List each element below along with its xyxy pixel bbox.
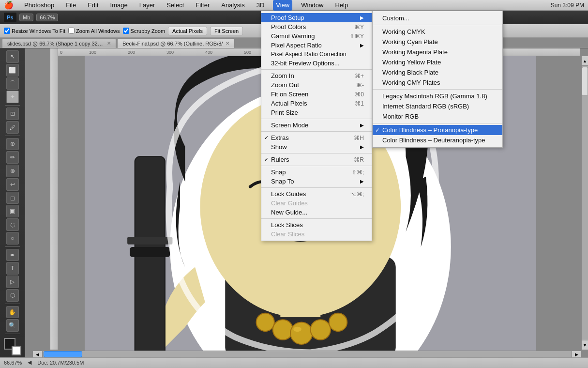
submenu-working-black[interactable]: Working Black Plate	[373, 67, 502, 77]
menubar-3d[interactable]: 3D	[254, 0, 268, 11]
menu-item-lock-guides[interactable]: Lock Guides ⌥⌘;	[261, 189, 372, 199]
scrollbar-horizontal[interactable]: ◀ ▶	[33, 351, 581, 357]
menubar-help[interactable]: Help	[332, 0, 351, 11]
menu-item-print-size[interactable]: Print Size	[261, 108, 372, 117]
resize-windows-label[interactable]: Resize Windows To Fit	[4, 28, 65, 34]
menu-item-pixel-aspect-ratio-correction[interactable]: Pixel Aspect Ratio Correction	[261, 50, 372, 59]
zoom-all-label[interactable]: Zoom All Windows	[68, 28, 120, 34]
healing-brush-tool[interactable]: ⊕	[6, 138, 19, 151]
shape-tool[interactable]: ⬡	[6, 289, 19, 302]
scroll-down-arrow[interactable]: ▼	[582, 340, 588, 350]
zoom-tool[interactable]: 🔍	[6, 319, 19, 332]
submenu-working-cmy-label: Working CMY Plates	[382, 79, 440, 86]
history-brush-tool[interactable]: ↩	[6, 178, 19, 191]
scrubby-zoom-label[interactable]: Scrubby Zoom	[123, 28, 166, 34]
eraser-tool[interactable]: ◻	[6, 192, 19, 204]
proof-colors-shortcut: ⌘Y	[345, 24, 364, 31]
tab-becki[interactable]: Becki-Final.psd @ 66.7% (Outline, RGB/8/…	[117, 38, 235, 48]
crop-tool[interactable]: ⊡	[6, 107, 19, 120]
actual-pixels-button[interactable]: Actual Pixels	[168, 27, 207, 35]
resize-windows-checkbox[interactable]	[4, 28, 10, 34]
menubar-layer[interactable]: Layer	[136, 0, 158, 11]
menubar-file[interactable]: File	[63, 0, 79, 11]
menu-item-lock-slices[interactable]: Lock Slices	[261, 220, 372, 230]
color-swatches[interactable]	[4, 338, 21, 355]
submenu-working-cyan[interactable]: Working Cyan Plate	[373, 37, 502, 47]
menubar-select[interactable]: Select	[164, 0, 187, 11]
submenu-custom[interactable]: Custom...	[373, 13, 502, 23]
mb-btn[interactable]: Mb	[19, 14, 33, 21]
scrubby-zoom-checkbox[interactable]	[123, 28, 129, 34]
dodge-tool[interactable]: ○	[6, 232, 19, 245]
zoom-all-checkbox[interactable]	[68, 28, 75, 34]
menu-item-snap-to[interactable]: Snap To ▶	[261, 177, 372, 186]
svg-point-10	[293, 327, 302, 332]
tab-slides-label: slides.psd @ 66.7% (Shape 1 copy 32, RGB…	[7, 41, 104, 46]
svg-point-8	[311, 320, 331, 339]
hand-tool[interactable]: ✋	[6, 306, 19, 319]
submenu-working-cmyk[interactable]: Working CMYK	[373, 27, 502, 37]
submenu-working-magenta[interactable]: Working Magenta Plate	[373, 47, 502, 57]
menu-item-proof-colors[interactable]: Proof Colors ⌘Y	[261, 22, 372, 31]
submenu-color-blindness-protanopia[interactable]: ✓ Color Blindness – Protanopia-type	[373, 125, 502, 135]
fit-screen-button[interactable]: Fit Screen	[210, 27, 243, 35]
text-tool[interactable]: T	[6, 262, 19, 275]
submenu-legacy-mac[interactable]: Legacy Macintosh RGB (Gamma 1.8)	[373, 91, 502, 101]
path-selection-tool[interactable]: ▷	[6, 276, 19, 288]
pen-tool[interactable]: ✒	[6, 249, 19, 261]
eyedropper-tool[interactable]: 🖊	[6, 121, 19, 134]
menu-item-show-label: Show	[271, 143, 287, 151]
scroll-up-arrow[interactable]: ▲	[582, 56, 588, 66]
lasso-tool[interactable]: ⌒	[6, 77, 19, 90]
menu-item-fit-on-screen[interactable]: Fit on Screen ⌘0	[261, 90, 372, 99]
menu-item-32bit-preview[interactable]: 32-bit Preview Options...	[261, 59, 372, 68]
submenu-monitor-rgb[interactable]: Monitor RGB	[373, 111, 502, 122]
menu-item-proof-setup[interactable]: Proof Setup ▶	[261, 13, 372, 22]
menubar-image[interactable]: Image	[107, 0, 131, 11]
submenu-color-blindness-deuteranopia[interactable]: Color Blindness – Deuteranopia-type	[373, 135, 502, 145]
menu-item-zoom-out[interactable]: Zoom Out ⌘-	[261, 80, 372, 90]
menu-item-screen-mode[interactable]: Screen Mode ▶	[261, 121, 372, 130]
menubar-filter[interactable]: Filter	[193, 0, 212, 11]
zoom-btn[interactable]: 66.7%	[36, 14, 58, 21]
move-tool[interactable]: ↖	[6, 50, 19, 63]
background-color[interactable]	[12, 346, 21, 355]
scroll-right-arrow[interactable]: ▶	[572, 351, 581, 357]
menu-item-extras[interactable]: ✓ Extras ⌘H	[261, 133, 372, 142]
submenu-internet-rgb-label: Internet Standard RGB (sRGB)	[382, 103, 469, 110]
menubar: 🍎 Photoshop File Edit Image Layer Select…	[0, 0, 588, 11]
menu-item-snap[interactable]: Snap ⇧⌘;	[261, 168, 372, 177]
menubar-view[interactable]: View	[273, 0, 292, 11]
menubar-photoshop[interactable]: Photoshop	[21, 0, 57, 11]
tab-becki-close[interactable]: ✕	[226, 41, 229, 46]
menu-item-gamut-warning[interactable]: Gamut Warning ⇧⌘Y	[261, 31, 372, 41]
gradient-tool[interactable]: ▣	[6, 205, 19, 217]
menu-item-show[interactable]: Show ▶	[261, 142, 372, 152]
navigator-arrow[interactable]: ◀	[28, 359, 31, 366]
apple-menu[interactable]: 🍎	[4, 0, 14, 10]
submenu-internet-rgb[interactable]: Internet Standard RGB (sRGB)	[373, 101, 502, 111]
submenu-working-cmy[interactable]: Working CMY Plates	[373, 77, 502, 88]
marquee-tool[interactable]: ⬜	[6, 64, 19, 77]
menu-item-zoom-in[interactable]: Zoom In ⌘+	[261, 71, 372, 80]
menubar-window[interactable]: Window	[298, 0, 326, 11]
clone-stamp-tool[interactable]: ⊗	[6, 165, 19, 177]
brush-tool[interactable]: ✏	[6, 151, 19, 164]
scroll-left-arrow[interactable]: ◀	[33, 351, 43, 357]
blur-tool[interactable]: ◌	[6, 218, 19, 231]
menubar-edit[interactable]: Edit	[85, 0, 101, 11]
tab-slides-close[interactable]: ✕	[107, 41, 111, 46]
magic-wand-tool[interactable]: ✦	[6, 91, 19, 103]
menu-item-actual-pixels[interactable]: Actual Pixels ⌘1	[261, 99, 372, 108]
submenu-working-yellow[interactable]: Working Yellow Plate	[373, 57, 502, 67]
menu-item-pixel-aspect-ratio[interactable]: Pixel Aspect Ratio ▶	[261, 41, 372, 50]
scrollbar-vertical[interactable]: ▲ ▼	[581, 56, 588, 350]
menu-item-new-guide[interactable]: New Guide...	[261, 208, 372, 217]
menubar-analysis[interactable]: Analysis	[218, 0, 247, 11]
scroll-h-thumb[interactable]	[44, 351, 82, 357]
tab-slides[interactable]: slides.psd @ 66.7% (Shape 1 copy 32, RGB…	[2, 38, 116, 48]
menu-item-print-size-label: Print Size	[271, 109, 298, 116]
menu-item-rulers[interactable]: ✓ Rulers ⌘R	[261, 155, 372, 164]
scroll-thumb[interactable]	[582, 67, 588, 96]
submenu-sep-2	[373, 89, 502, 90]
